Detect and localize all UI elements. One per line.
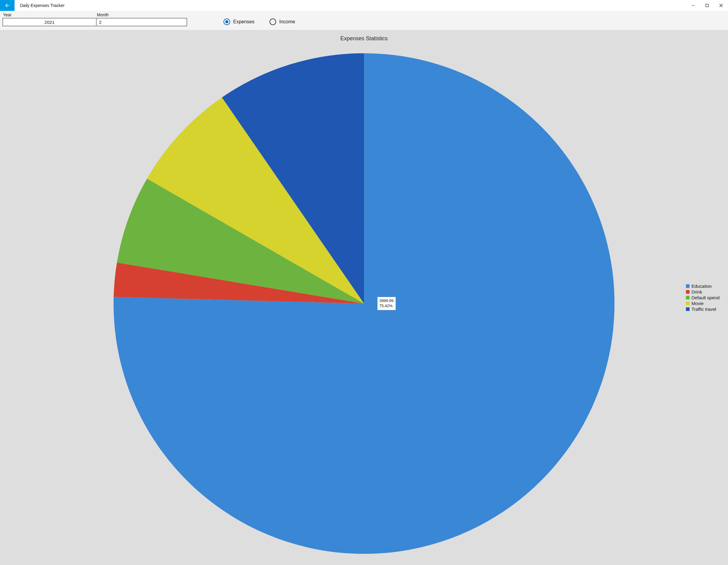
legend-item[interactable]: Default spend [686, 295, 720, 300]
radio-expenses[interactable]: Expenses [223, 18, 254, 25]
year-value: 2021 [45, 20, 55, 25]
svg-rect-1 [706, 4, 709, 7]
chart-area: Expenses Statistics 3999.9975.42% Educat… [0, 30, 728, 565]
window-title: Daily Expenses Tracker [15, 0, 70, 11]
minimize-icon [691, 4, 695, 7]
month-value: 2 [99, 20, 101, 25]
legend-item[interactable]: Movie [686, 301, 720, 306]
close-icon [719, 4, 723, 7]
radio-outer-icon [223, 18, 230, 25]
close-button[interactable] [714, 0, 728, 11]
back-button[interactable] [0, 0, 15, 11]
legend-swatch-icon [686, 307, 690, 311]
radio-income[interactable]: Income [270, 18, 295, 25]
back-arrow-icon [4, 2, 10, 8]
tooltip-pct: 75.42% [379, 303, 394, 309]
year-field: Year 2021 [2, 12, 96, 26]
legend-swatch-icon [686, 284, 690, 288]
legend-item[interactable]: Drink [686, 289, 720, 294]
legend-swatch-icon [686, 290, 690, 293]
maximize-button[interactable] [700, 0, 714, 11]
controls-bar: Year 2021 Month 2 Expenses Income [0, 11, 728, 30]
month-field: Month 2 [96, 12, 187, 26]
legend: EducationDrinkDefault spendMovieTraffic … [686, 283, 720, 312]
legend-label: Traffic travel [691, 306, 716, 312]
tooltip-value: 3999.99 [379, 298, 394, 303]
radio-income-label: Income [279, 19, 295, 25]
radio-expenses-label: Expenses [233, 19, 254, 25]
month-combo[interactable]: 2 [96, 18, 187, 26]
maximize-icon [705, 4, 709, 7]
titlebar: Daily Expenses Tracker [0, 0, 728, 11]
radio-inner-icon [271, 20, 274, 23]
legend-label: Education [691, 283, 712, 289]
chart-title: Expenses Statistics [0, 30, 728, 42]
legend-item[interactable]: Traffic travel [686, 306, 720, 312]
app-window: Daily Expenses Tracker Year 2021 [0, 0, 728, 565]
legend-swatch-icon [686, 301, 690, 305]
legend-swatch-icon [686, 296, 690, 299]
legend-label: Default spend [691, 295, 720, 300]
titlebar-spacer [70, 0, 686, 11]
window-controls [686, 0, 728, 11]
legend-label: Movie [691, 301, 703, 306]
year-label: Year [3, 12, 96, 17]
month-label: Month [97, 12, 187, 17]
minimize-button[interactable] [686, 0, 700, 11]
svg-rect-0 [692, 5, 695, 6]
pie-chart: 3999.9975.42% [114, 53, 614, 554]
pie-wrap: 3999.9975.42% [0, 48, 728, 559]
type-radio-group: Expenses Income [223, 18, 295, 26]
year-combo[interactable]: 2021 [2, 18, 96, 26]
radio-inner-icon [225, 20, 228, 23]
chart-tooltip: 3999.9975.42% [377, 297, 396, 310]
radio-outer-icon [270, 18, 276, 25]
legend-label: Drink [691, 289, 702, 294]
legend-item[interactable]: Education [686, 283, 720, 289]
